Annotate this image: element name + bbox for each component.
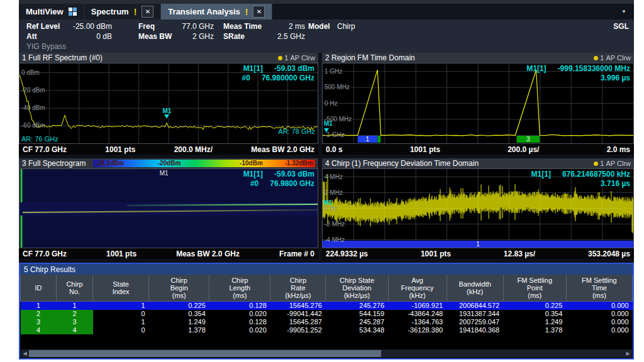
cell-fm-settling-time: 0.000	[566, 310, 632, 318]
colorbar-label: -10dBm	[240, 160, 263, 167]
marker-m1-label: M1	[163, 107, 172, 114]
panel1-footer: CF 77.0 GHz 1001 pts 200.0 MHz/ Meas BW …	[19, 144, 318, 155]
tab-spectrum[interactable]: Spectrum ! ✕	[84, 4, 162, 19]
ref-level-value[interactable]: -25.00 dBm	[57, 22, 112, 31]
cell-avg-frequency: -36128.380	[388, 326, 447, 334]
trace-mode: AP Clrw	[606, 54, 631, 62]
cell-state-index: 1	[93, 318, 149, 326]
trace-mode: AP Clrw	[290, 54, 315, 62]
instrument-screen: MultiView Spectrum ! ✕ Transient Analysi…	[19, 0, 634, 359]
column-header-bandwidth: Bandwidth(kHz)	[447, 275, 503, 302]
trace-mode: AP Clrw	[606, 160, 631, 167]
cell-avg-frequency: -43864.248	[388, 310, 447, 318]
marker-m1-label: M1	[323, 199, 332, 206]
footer-cf: CF 77.0 GHz	[23, 145, 67, 154]
cell-id: 1	[21, 302, 57, 310]
cell-id: 4	[21, 326, 57, 334]
column-header-chirp-length: ChirpLength(ms)	[209, 275, 270, 302]
panel-region-fm-time-domain: 2 Region FM Time Domain 1 AP Clrw M1[1]-…	[322, 53, 634, 155]
meas-time-label[interactable]: Meas Time	[223, 22, 262, 31]
footer-per-div: 12.83 µs/	[504, 250, 535, 258]
table-row[interactable]: 2200.3540.020-99041.442544.159-43864.248…	[21, 310, 633, 318]
cell-fm-settling-point: 0.225	[503, 302, 566, 310]
settings-header: Ref Level -25.00 dBm Att 0 dB Freq 77.0 …	[19, 19, 634, 53]
footer-stop: 2.0 ms	[607, 145, 630, 154]
freq-label[interactable]: Freq	[138, 22, 155, 31]
panel1-title-bar[interactable]: 1 Full RF Spectrum (#0) 1 AP Clrw	[19, 53, 318, 63]
ref-level-label[interactable]: Ref Level	[26, 22, 60, 31]
footer-per-div: 200.0 MHz/	[174, 145, 213, 154]
table-row[interactable]: 1110.2250.12815645.276245.276-1069.92120…	[21, 302, 633, 310]
marker-readout: M1[1]-59.03 dBm #076.9800 GHz	[243, 170, 314, 188]
spectrum-chart-area[interactable]: M1[1]-59.03 dBm #076.980000 GHz M1 AR: 7…	[19, 63, 318, 144]
panel2-footer: 0.0 s 1001 pts 200.0 µs/ 2.0 ms	[322, 144, 634, 155]
cell-chirp-begin: 0.225	[149, 302, 209, 310]
srate-value[interactable]: 2.5 GHz	[267, 32, 305, 41]
tab-multiview-label: MultiView	[26, 7, 64, 16]
table-empty-area	[20, 334, 633, 349]
model-label[interactable]: Model	[308, 22, 330, 31]
footer-per-div: 200.0 µs/	[508, 145, 539, 154]
panel3-title-bar[interactable]: 3 Full Spectrogram -28.2dBm -20dBm -10dB…	[19, 158, 318, 168]
srate-label[interactable]: SRate	[223, 32, 245, 41]
cell-chirp-length: 0.128	[209, 302, 270, 310]
panel-chirp-results: 5 Chirp Results IDChirpNo.StateIndexChir…	[19, 263, 634, 359]
freq-value[interactable]: 77.0 GHz	[167, 22, 214, 31]
meas-bw-value[interactable]: 2 GHz	[167, 32, 214, 41]
close-icon[interactable]: ✕	[142, 6, 153, 18]
fm-time-domain-chart-area[interactable]: M1[1]-999.158336000 MHz 3.996 µs M1 1 GH…	[322, 63, 634, 144]
cell-chirp-length: 0.128	[209, 318, 270, 326]
footer-meas-bw: Meas BW 2.0 GHz	[251, 145, 314, 154]
cell-id: 2	[21, 310, 57, 318]
table-row[interactable]: 4401.3780.020-99051.252534.348-36128.380…	[21, 326, 633, 334]
tab-transient-analysis[interactable]: Transient Analysis ! ✕	[161, 4, 272, 19]
horizontal-scrollbar[interactable]: ◀ ▶	[21, 349, 632, 358]
scroll-left-arrow-icon[interactable]: ◀	[21, 349, 29, 358]
spectrogram-chart-area[interactable]: M1 M1[1]-59.03 dBm #076.9800 GHz	[19, 168, 318, 248]
cell-state-index: 1	[93, 302, 149, 310]
scroll-right-arrow-icon[interactable]: ▶	[624, 349, 632, 358]
panel4-title-bar[interactable]: 4 Chirp (1) Frequency Deviation Time Dom…	[322, 158, 634, 168]
cell-chirp-begin: 0.354	[149, 310, 209, 318]
panel2-title-bar[interactable]: 2 Region FM Time Domain 1 AP Clrw	[322, 53, 634, 63]
trace-number: 1	[600, 160, 604, 167]
column-header-id: ID	[21, 275, 57, 302]
single-sweep-status: SGL	[613, 22, 629, 31]
att-label[interactable]: Att	[26, 32, 37, 41]
footer-points: 1001 pts	[410, 145, 440, 154]
cell-chirp-rate: 15645.276	[270, 302, 326, 310]
colorbar-max-label: -1.32dBm	[284, 160, 313, 167]
footer-points: 1001 pts	[421, 250, 451, 258]
footer-frame: Frame # 0	[279, 250, 314, 258]
cell-id: 3	[21, 318, 57, 326]
trace-badge: 1 AP Clrw	[278, 54, 315, 62]
frequency-deviation-chart-area[interactable]: M1[1]676.214687500 kHz 3.716 µs M1 4 MHz…	[322, 168, 634, 248]
att-value[interactable]: 0 dB	[57, 32, 112, 41]
cell-bandwidth: 1931387.344	[447, 310, 503, 318]
cell-avg-frequency: -1364.763	[388, 318, 447, 326]
footer-points: 1001 pts	[106, 250, 136, 258]
column-header-fm-settling-point: FM SettlingPoint(ms)	[503, 275, 566, 302]
table-row[interactable]: 3311.2490.12815645.287245.287-1364.76320…	[21, 318, 633, 326]
model-value[interactable]: Chirp	[337, 22, 355, 31]
tab-overflow-dropdown[interactable]: ▼	[614, 4, 634, 19]
caret-down-icon: ▼	[621, 9, 626, 14]
panel3-title: 3 Full Spectrogram	[22, 159, 86, 168]
yig-bypass-label: YIG Bypass	[26, 42, 66, 51]
cell-chirp-state-deviation: 245.287	[326, 318, 388, 326]
marker-readout: M1[1]676.214687500 kHz 3.716 µs	[531, 170, 630, 188]
column-header-chirp-state-deviation: Chirp StateDeviation(kHz/µs)	[326, 275, 388, 302]
panel-chirp-frequency-deviation: 4 Chirp (1) Frequency Deviation Time Dom…	[322, 158, 634, 259]
panel5-title-bar[interactable]: 5 Chirp Results	[20, 264, 633, 275]
panel-full-spectrogram: 3 Full Spectrogram -28.2dBm -20dBm -10dB…	[19, 158, 318, 259]
footer-stop: 353.2048 µs	[588, 250, 630, 258]
column-header-chirp-rate: ChirpRate(kHz/µs)	[270, 275, 326, 302]
cell-chirp-begin: 1.249	[149, 318, 209, 326]
cell-chirp-begin: 1.378	[149, 326, 209, 334]
trace-badge: 1 AP Clrw	[594, 160, 631, 167]
scrollbar-thumb[interactable]	[29, 350, 381, 357]
panel2-title: 2 Region FM Time Domain	[325, 53, 415, 62]
tab-multiview[interactable]: MultiView	[19, 4, 84, 19]
close-icon[interactable]: ✕	[253, 6, 265, 18]
meas-time-value[interactable]: 2 ms	[267, 22, 305, 31]
